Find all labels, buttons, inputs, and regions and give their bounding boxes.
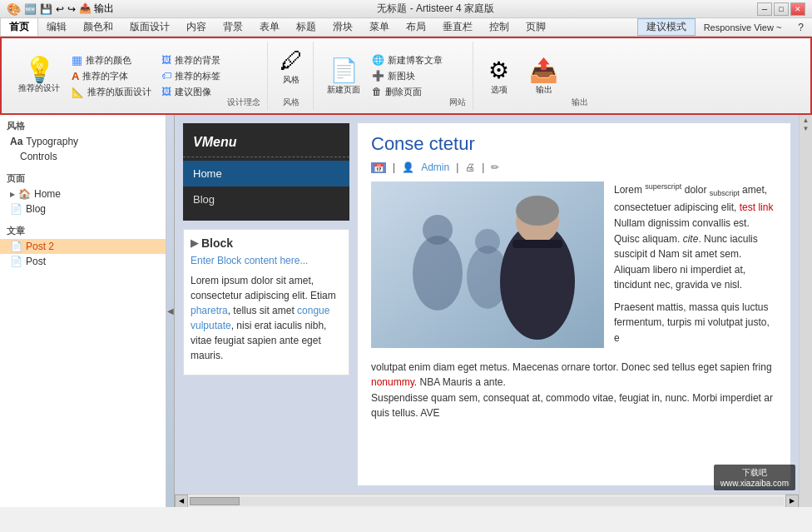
svg-point-2: [423, 215, 453, 245]
preview-right-panel: Conse ctetur 📅 | 👤 Admin | 🖨 | ✏: [358, 123, 790, 485]
recommend-color-btn[interactable]: ▦推荐的颜色: [68, 52, 155, 67]
menu-tab-responsive[interactable]: Responsive View ~: [696, 18, 790, 36]
menu-tab-content[interactable]: 内容: [178, 18, 215, 36]
new-blog-post-btn[interactable]: 🌐新建博客文章: [369, 53, 446, 67]
vmenu-item-blog[interactable]: Blog: [183, 186, 349, 212]
scroll-right-btn[interactable]: ▶: [785, 495, 799, 508]
menu-tab-layout2[interactable]: 布局: [398, 18, 434, 36]
recommend-bg-btn[interactable]: 🖼推荐的背景: [158, 53, 224, 67]
meta-sep1: |: [393, 162, 395, 173]
vmenu-block: VMenu Home Blog: [183, 123, 349, 221]
sidebar-item-typography[interactable]: Aa Typography: [0, 134, 166, 149]
toolbar-redo[interactable]: ↪: [67, 3, 76, 15]
recommend-img-btn[interactable]: 🖼建议图像: [158, 85, 224, 99]
ribbon-group-style: 🖊 风格 风格: [270, 42, 314, 110]
style-button[interactable]: 🖊 风格: [276, 43, 306, 89]
menu-tab-vertical[interactable]: 垂直栏: [434, 18, 481, 36]
user-icon: 👤: [402, 162, 414, 173]
menu-tab-menu[interactable]: 菜单: [361, 18, 398, 36]
main-menu-bar: 首页 编辑 颜色和 版面设计 内容 背景 表单 标题 滑块 菜单 布局 垂直栏 …: [0, 18, 812, 37]
right-strip-btn1[interactable]: ▲: [803, 117, 810, 124]
style-icon: 🖊: [280, 47, 303, 74]
toolbar-new[interactable]: 🆕: [24, 3, 37, 15]
menu-tab-suggest[interactable]: 建议模式: [637, 18, 696, 36]
minimize-button[interactable]: ─: [757, 2, 772, 16]
print-icon: 🖨: [465, 162, 475, 173]
article-para2: Praesent mattis, massa quis luctus ferme…: [614, 300, 777, 346]
output-icon: 📤: [529, 57, 558, 84]
menu-tab-footer[interactable]: 页脚: [517, 18, 554, 36]
sidebar-section-pages: 页面 ▶ 🏠 Home 📄 Blog: [0, 171, 166, 216]
block-lorem-text: Lorem ipsum dolor sit amet, consectetur …: [191, 273, 342, 363]
article-full-text: volutpat enim diam eget metus. Maecenas …: [371, 360, 777, 421]
toolbar-undo[interactable]: ↩: [56, 3, 64, 15]
subscript-text: subscript: [710, 189, 740, 197]
options-button[interactable]: ⚙ 选项: [482, 55, 516, 97]
blog-icon: 🌐: [372, 54, 384, 66]
font-icon: A: [72, 70, 79, 82]
sidebar-item-home[interactable]: ▶ 🏠 Home: [0, 186, 166, 201]
nonummy-link[interactable]: nonummy: [371, 376, 414, 388]
menu-tab-form[interactable]: 表单: [251, 18, 288, 36]
layout-icon: 📐: [72, 87, 84, 98]
block-content-placeholder[interactable]: Enter Block content here...: [191, 255, 342, 266]
main-area: 风格 Aa Typography Controls 页面 ▶ 🏠 Home 📄 …: [0, 115, 812, 507]
menu-tab-help[interactable]: ?: [790, 18, 812, 36]
block-title-text: Block: [201, 236, 233, 250]
sidebar: 风格 Aa Typography Controls 页面 ▶ 🏠 Home 📄 …: [0, 115, 166, 507]
scroll-left-btn[interactable]: ◀: [175, 495, 188, 508]
menu-tab-control[interactable]: 控制: [481, 18, 517, 36]
superscript-text: superscript: [645, 182, 681, 191]
close-button[interactable]: ✕: [790, 2, 805, 16]
article-text: Lorem superscript dolor subscript amet, …: [614, 181, 777, 353]
author-link[interactable]: Admin: [421, 162, 449, 173]
content-scroll[interactable]: VMenu Home Blog ▶ Block Enter Block cont…: [175, 115, 799, 494]
recommend-font-btn[interactable]: A推荐的字体: [68, 69, 155, 83]
scroll-thumb[interactable]: [190, 497, 240, 505]
sidebar-item-controls[interactable]: Controls: [0, 149, 166, 164]
article-body: Lorem superscript dolor subscript amet, …: [371, 181, 777, 353]
menu-tab-home[interactable]: 首页: [0, 18, 38, 36]
window-controls[interactable]: ─ □ ✕: [757, 2, 805, 16]
toolbar-output[interactable]: 📤 输出: [79, 2, 114, 16]
post2-icon: 📄: [10, 241, 22, 252]
sidebar-item-blog[interactable]: 📄 Blog: [0, 201, 166, 216]
article-title: Conse ctetur: [371, 133, 777, 155]
menu-tab-bg[interactable]: 背景: [215, 18, 251, 36]
pharetra-link[interactable]: pharetra: [191, 305, 228, 316]
right-strip-btn2[interactable]: ▼: [803, 125, 810, 132]
menu-tab-color[interactable]: 颜色和: [75, 18, 121, 36]
color-grid-icon: ▦: [72, 53, 82, 67]
toolbar-save[interactable]: 💾: [40, 3, 52, 15]
scroll-track[interactable]: [190, 497, 784, 505]
maximize-button[interactable]: □: [774, 2, 789, 16]
output-button[interactable]: 📤 输出: [522, 55, 565, 97]
new-block-btn[interactable]: ➕新图块: [369, 69, 446, 83]
edit-icon: ✏: [491, 162, 499, 173]
title-bar-left: 🎨 🆕 💾 ↩ ↪ 📤 输出: [7, 2, 114, 16]
calendar-icon: 📅: [371, 162, 386, 173]
article-para4: Suspendisse quam sem, consequat at, comm…: [371, 390, 777, 421]
menu-tab-slider[interactable]: 滑块: [324, 18, 361, 36]
test-link[interactable]: test link: [740, 201, 774, 213]
new-page-icon: 📄: [329, 57, 359, 84]
recommend-design-button[interactable]: 💡 推荐的设计: [13, 56, 65, 96]
block-section: ▶ Block Enter Block content here... Lore…: [183, 229, 349, 375]
image-icon: 🖼: [161, 86, 171, 97]
vmenu-item-home[interactable]: Home: [183, 161, 349, 186]
bottom-scrollbar[interactable]: ◀ ▶: [175, 494, 799, 507]
ribbon-group-newpage: 📄 新建页面 🌐新建博客文章 ➕新图块 🗑删除页面 网站: [315, 42, 473, 110]
new-page-button[interactable]: 📄 新建页面: [322, 55, 365, 97]
recommend-layout-btn[interactable]: 📐推荐的版面设计: [68, 85, 155, 99]
menu-tab-layout[interactable]: 版面设计: [121, 18, 178, 36]
sidebar-item-post2[interactable]: 📄 Post 2: [0, 239, 166, 254]
tag-icon: 🏷: [161, 70, 171, 82]
sidebar-collapse-arrow[interactable]: ◀: [166, 115, 175, 507]
recommend-tag-btn[interactable]: 🏷推荐的标签: [158, 69, 224, 83]
menu-tab-header[interactable]: 标题: [288, 18, 324, 36]
delete-page-btn[interactable]: 🗑删除页面: [369, 85, 446, 99]
sidebar-item-post[interactable]: 📄 Post: [0, 254, 166, 269]
menu-tab-edit[interactable]: 编辑: [38, 18, 75, 36]
lightbulb-icon: 💡: [24, 57, 55, 82]
article-meta: 📅 | 👤 Admin | 🖨 | ✏: [371, 162, 777, 173]
